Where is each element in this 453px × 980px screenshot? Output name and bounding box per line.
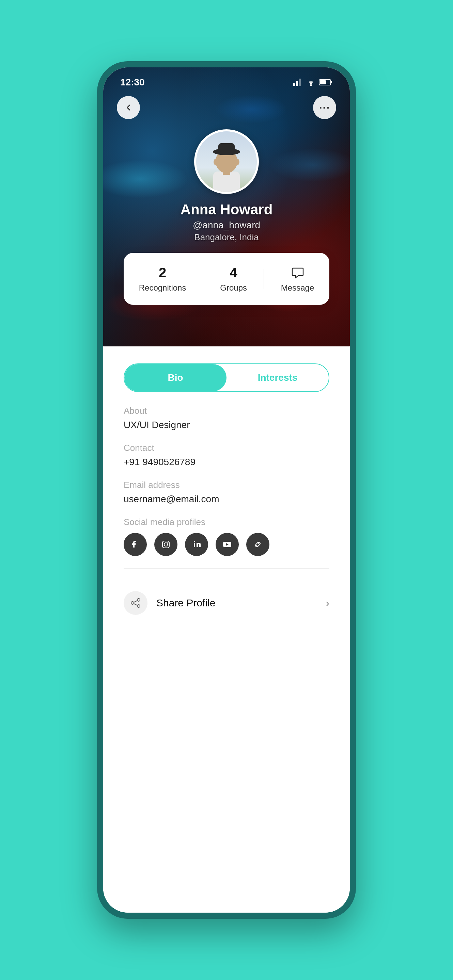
- contact-label: Contact: [124, 443, 329, 453]
- svg-marker-1: [296, 81, 298, 86]
- svg-point-19: [131, 601, 134, 605]
- share-icon-wrap: [124, 591, 147, 615]
- avatar-section: Anna Howard @anna_howard Bangalore, Indi…: [103, 129, 350, 243]
- groups-count: 4: [230, 265, 238, 280]
- profile-username: @anna_howard: [193, 220, 260, 231]
- svg-marker-0: [293, 83, 295, 86]
- contact-value: +91 9490526789: [124, 457, 329, 468]
- groups-label: Groups: [220, 283, 247, 293]
- more-options-button[interactable]: ···: [313, 96, 336, 119]
- svg-point-20: [137, 605, 140, 608]
- back-button[interactable]: [117, 96, 140, 119]
- status-icons: [293, 78, 333, 86]
- social-label: Social media profiles: [124, 517, 329, 527]
- about-label: About: [124, 406, 329, 416]
- svg-point-16: [164, 543, 167, 546]
- message-icon: [290, 266, 305, 280]
- stat-divider-1: [203, 269, 203, 289]
- avatar-ring: [194, 129, 259, 194]
- recognitions-count: 2: [159, 265, 166, 280]
- social-section: Social media profiles: [124, 517, 329, 556]
- svg-point-3: [310, 84, 312, 86]
- back-arrow-icon: [124, 103, 133, 112]
- social-icons-row: [124, 533, 329, 556]
- stat-groups: 4 Groups: [220, 265, 247, 293]
- svg-point-13: [214, 159, 219, 165]
- svg-point-14: [234, 159, 239, 165]
- facebook-icon[interactable]: [124, 533, 147, 556]
- avatar: [196, 131, 257, 192]
- youtube-icon[interactable]: [215, 533, 239, 556]
- status-time: 12:30: [120, 77, 145, 88]
- email-label: Email address: [124, 480, 329, 490]
- tab-bio[interactable]: Bio: [124, 364, 226, 391]
- stat-message[interactable]: Message: [281, 266, 314, 293]
- instagram-icon[interactable]: [154, 533, 177, 556]
- more-dots-icon: ···: [319, 102, 330, 114]
- linkedin-icon[interactable]: [185, 533, 208, 556]
- contact-section: Contact +91 9490526789: [124, 443, 329, 468]
- svg-line-22: [134, 604, 137, 605]
- phone-frame: 12:30: [97, 61, 356, 919]
- about-value: UX/UI Designer: [124, 420, 329, 430]
- status-bar: 12:30: [103, 67, 350, 88]
- svg-point-18: [137, 598, 140, 601]
- phone-screen: 12:30: [103, 67, 350, 913]
- wifi-icon: [306, 78, 316, 86]
- content-area: Bio Interests About UX/UI Designer Conta…: [103, 347, 350, 913]
- cover-area: 12:30: [103, 67, 350, 347]
- svg-point-17: [167, 542, 169, 543]
- battery-icon: [319, 79, 333, 86]
- share-profile-row[interactable]: Share Profile ›: [124, 581, 329, 625]
- svg-rect-12: [219, 143, 234, 154]
- profile-location: Bangalore, India: [194, 232, 258, 243]
- chevron-right-icon: ›: [325, 597, 329, 609]
- link-icon[interactable]: [246, 533, 270, 556]
- tab-interests[interactable]: Interests: [226, 364, 329, 391]
- stat-recognitions: 2 Recognitions: [139, 265, 186, 293]
- share-icon: [130, 597, 141, 609]
- recognitions-label: Recognitions: [139, 283, 186, 293]
- profile-name: Anna Howard: [180, 202, 273, 218]
- about-section: About UX/UI Designer: [124, 406, 329, 430]
- email-section: Email address username@email.com: [124, 480, 329, 504]
- avatar-illustration: [196, 131, 257, 192]
- message-label: Message: [281, 283, 314, 293]
- share-label: Share Profile: [156, 597, 325, 609]
- signal-icon: [293, 79, 303, 86]
- share-divider: [124, 568, 329, 569]
- svg-rect-6: [320, 80, 326, 84]
- tab-toggle: Bio Interests: [124, 363, 329, 392]
- svg-marker-2: [299, 79, 301, 86]
- email-value: username@email.com: [124, 494, 329, 504]
- svg-line-21: [134, 601, 137, 602]
- svg-rect-5: [331, 81, 332, 83]
- stats-card: 2 Recognitions 4 Groups Message: [124, 253, 329, 305]
- nav-row: ···: [103, 88, 350, 119]
